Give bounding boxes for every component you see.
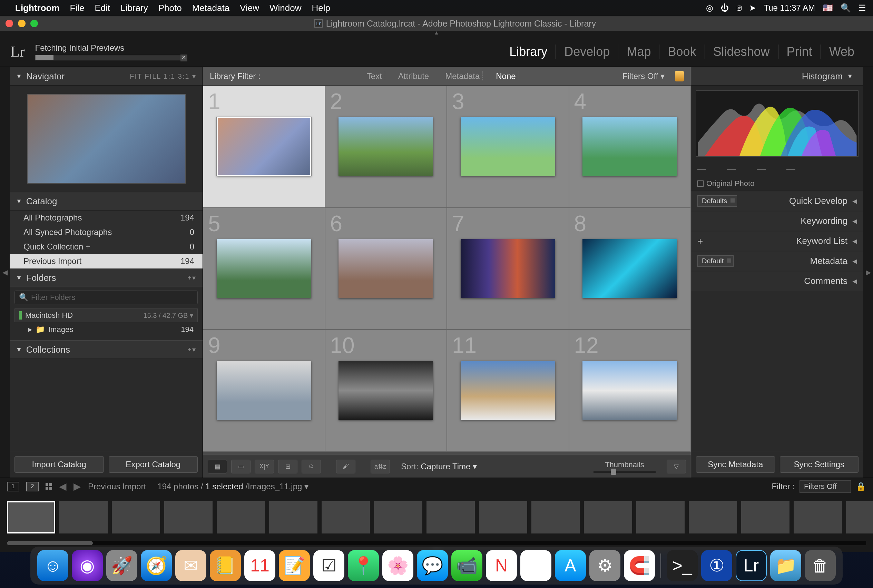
filmstrip-thumb[interactable] — [531, 501, 580, 534]
sync-metadata-button[interactable]: Sync Metadata — [696, 456, 775, 473]
navigator-zoom-options[interactable]: FIT FILL 1:1 3:1 ▾ — [130, 72, 196, 80]
cancel-activity-button[interactable]: ✕ — [180, 54, 188, 62]
dock-siri-icon[interactable]: ◉ — [72, 550, 103, 581]
dock-mail-icon[interactable]: ✉ — [175, 550, 206, 581]
grid-cell-3[interactable]: 3 — [447, 86, 569, 208]
keyword-list-header[interactable]: +Keyword List◀ — [691, 231, 863, 251]
export-catalog-button[interactable]: Export Catalog — [109, 456, 198, 473]
grid-cell-1[interactable]: 1 — [203, 86, 325, 208]
dock-photos-icon[interactable]: 🌸 — [382, 550, 413, 581]
filmstrip-thumb[interactable] — [374, 501, 422, 534]
folders-header[interactable]: ▼ Folders +▾ — [10, 268, 202, 287]
dock-finder-icon[interactable]: ☺ — [37, 550, 68, 581]
dock-terminal-icon[interactable]: >_ — [667, 550, 698, 581]
grid-view-button[interactable]: ▦ — [208, 460, 227, 473]
left-panel-toggle[interactable]: ◀ — [0, 67, 10, 478]
menu-edit[interactable]: Edit — [94, 3, 110, 14]
filmstrip-thumb[interactable] — [794, 501, 842, 534]
filter-metadata[interactable]: Metadata — [442, 71, 483, 81]
quick-develop-header[interactable]: Defaults Quick Develop◀ — [691, 191, 863, 211]
module-develop[interactable]: Develop — [556, 45, 618, 59]
module-print[interactable]: Print — [778, 45, 821, 59]
module-slideshow[interactable]: Slideshow — [705, 45, 778, 59]
dock-news-icon[interactable]: N — [486, 550, 517, 581]
module-book[interactable]: Book — [659, 45, 705, 59]
filter-none[interactable]: None — [493, 71, 519, 81]
catalog-all-photographs[interactable]: All Photographs194 — [10, 210, 202, 225]
compare-view-button[interactable]: X|Y — [255, 460, 274, 473]
dock-messages-icon[interactable]: 💬 — [417, 550, 448, 581]
sort-control[interactable]: Sort: Capture Time ▾ — [401, 462, 477, 471]
airplay-icon[interactable]: ⎚ — [737, 3, 741, 13]
filmstrip-filter-dropdown[interactable]: Filters Off — [800, 480, 851, 493]
filter-lock-small-icon[interactable]: 🔒 — [856, 482, 866, 491]
filmstrip-source-path[interactable]: Previous Import 194 photos / 1 selected … — [88, 482, 309, 491]
dock-magnet-icon[interactable]: 🧲 — [624, 550, 655, 581]
dock-trash-icon[interactable]: 🗑 — [805, 550, 836, 581]
grid-cell-8[interactable]: 8 — [569, 208, 691, 330]
catalog-header[interactable]: ▼ Catalog — [10, 192, 202, 210]
dock-contacts-icon[interactable]: 📒 — [210, 550, 241, 581]
add-folder-button[interactable]: +▾ — [188, 274, 196, 282]
filter-attribute[interactable]: Attribute — [396, 71, 432, 81]
volume-row[interactable]: Macintosh HD 15.3 / 42.7 GB ▾ — [15, 309, 198, 322]
filmstrip-thumb[interactable] — [59, 501, 108, 534]
dock-preferences-icon[interactable]: ⚙ — [590, 550, 620, 581]
main-display-button[interactable]: 1 — [7, 482, 20, 491]
cc-icon[interactable]: ◎ — [706, 3, 713, 13]
filmstrip-thumb[interactable] — [584, 501, 632, 534]
nav-back-button[interactable]: ◀ — [59, 481, 67, 492]
import-catalog-button[interactable]: Import Catalog — [15, 456, 104, 473]
dock-facetime-icon[interactable]: 📹 — [452, 550, 482, 581]
dock-itunes-icon[interactable]: ♪ — [520, 550, 551, 581]
filmstrip-thumb[interactable] — [217, 501, 265, 534]
survey-view-button[interactable]: ⊞ — [278, 460, 297, 473]
menu-photo[interactable]: Photo — [158, 3, 182, 14]
original-photo-toggle[interactable]: Original Photo — [691, 176, 863, 191]
clock[interactable]: Tue 11:37 AM — [764, 3, 815, 13]
quick-develop-preset-dropdown[interactable]: Defaults — [698, 195, 737, 207]
app-menu[interactable]: Lightroom — [15, 3, 60, 14]
histogram-display[interactable] — [691, 86, 863, 162]
menu-library[interactable]: Library — [120, 3, 148, 14]
filmstrip-thumb[interactable] — [269, 501, 318, 534]
keywording-header[interactable]: Keywording◀ — [691, 211, 863, 231]
menu-view[interactable]: View — [240, 3, 259, 14]
dock-1password-icon[interactable]: ① — [701, 550, 732, 581]
dock-calendar-icon[interactable]: 11 — [244, 550, 275, 581]
painter-tool-button[interactable]: 🖌 — [336, 460, 356, 473]
grid-cell-7[interactable]: 7 — [447, 208, 569, 330]
folder-images[interactable]: ▸ 📁 Images 194 — [15, 322, 198, 337]
catalog-all-synced[interactable]: All Synced Photographs0 — [10, 225, 202, 240]
menu-window[interactable]: Window — [270, 3, 301, 14]
grid-cell-9[interactable]: 9 — [203, 330, 325, 452]
dock-lightroom-icon[interactable]: Lr — [736, 550, 767, 581]
dock-downloads-icon[interactable]: 📁 — [770, 550, 801, 581]
grid-cell-10[interactable]: 10 — [325, 330, 447, 452]
grid-cell-11[interactable]: 11 — [447, 330, 569, 452]
dock-notes-icon[interactable]: 📝 — [279, 550, 310, 581]
maximize-window-button[interactable] — [30, 20, 38, 27]
metadata-header[interactable]: Default Metadata◀ — [691, 251, 863, 271]
filmstrip-thumb[interactable] — [741, 501, 789, 534]
dock-maps-icon[interactable]: 📍 — [348, 550, 379, 581]
dock-appstore-icon[interactable]: A — [555, 550, 586, 581]
cursor-icon[interactable]: ➤ — [749, 3, 756, 13]
grid-cell-4[interactable]: 4 — [569, 86, 691, 208]
dock-safari-icon[interactable]: 🧭 — [141, 550, 172, 581]
add-collection-button[interactable]: +▾ — [188, 345, 196, 354]
histogram-header[interactable]: Histogram ▼ — [691, 67, 863, 86]
filmstrip-thumb[interactable] — [164, 501, 213, 534]
filters-off-dropdown[interactable]: Filters Off ▾ — [622, 71, 664, 81]
sync-settings-button[interactable]: Sync Settings — [780, 456, 859, 473]
catalog-previous-import[interactable]: Previous Import194 — [10, 254, 202, 268]
grid-cell-5[interactable]: 5 — [203, 208, 325, 330]
jump-grid-icon[interactable] — [45, 483, 52, 490]
filmstrip-thumb[interactable] — [636, 501, 685, 534]
filter-lock-icon[interactable] — [675, 71, 684, 81]
dock-launchpad-icon[interactable]: 🚀 — [106, 550, 137, 581]
second-display-button[interactable]: 2 — [26, 482, 39, 491]
comments-header[interactable]: Comments◀ — [691, 271, 863, 291]
navigator-preview[interactable] — [10, 86, 202, 192]
power-icon[interactable]: ⏻ — [721, 3, 729, 13]
